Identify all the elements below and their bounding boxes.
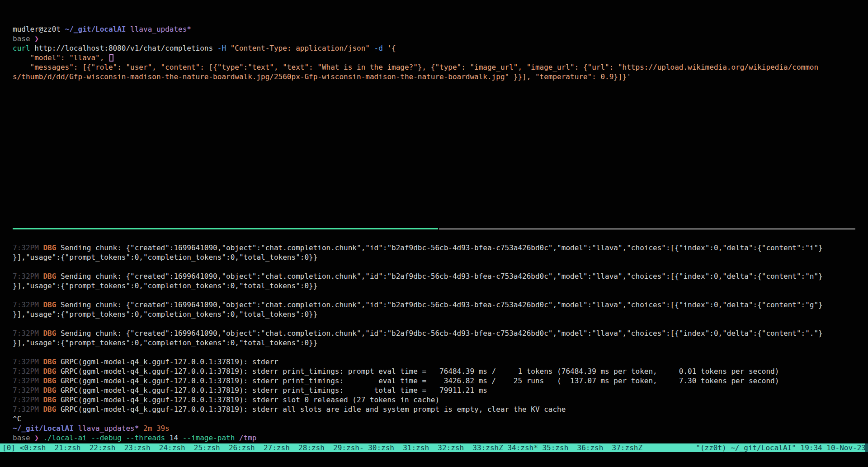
- log-time: 7:32PM: [13, 376, 43, 385]
- prompt-arrow: ❯: [34, 34, 39, 43]
- curl-body-messages-wrap-line: s/thumb/d/dd/Gfp-wisconsin-madison-the-n…: [13, 72, 855, 81]
- log-level: DBG: [43, 396, 61, 404]
- log-grpc-line: 7:32PM DBG GRPC(ggml-model-q4_k.gguf-127…: [13, 395, 855, 405]
- image-path-flag: --image-path: [183, 434, 239, 442]
- log-message: GRPC(ggml-model-q4_k.gguf-127.0.0.1:3781…: [61, 367, 779, 376]
- log-time: 7:32PM: [13, 386, 43, 395]
- log-message: GRPC(ggml-model-q4_k.gguf-127.0.0.1:3781…: [61, 357, 278, 366]
- curl-body-model-line: "model": "llava",: [13, 53, 855, 62]
- log-message: GRPC(ggml-model-q4_k.gguf-127.0.0.1:3781…: [61, 396, 439, 404]
- prompt-env: base: [13, 434, 34, 442]
- divider-white-segment: [439, 229, 855, 229]
- model-field: "model": "llava",: [13, 53, 108, 62]
- log-message: Sending chunk: {"created":1699641090,"ob…: [61, 243, 823, 252]
- log-grpc-line: 7:32PM DBG GRPC(ggml-model-q4_k.gguf-127…: [13, 376, 855, 386]
- log-chunk-wrap-line: }],"usage":{"prompt_tokens":0,"completio…: [13, 253, 855, 262]
- terminal-spacer: [13, 234, 855, 243]
- log-chunk-wrap-line: }],"usage":{"prompt_tokens":0,"completio…: [13, 338, 855, 348]
- log-grpc-line: 7:32PM DBG GRPC(ggml-model-q4_k.gguf-127…: [13, 357, 855, 367]
- log-message: GRPC(ggml-model-q4_k.gguf-127.0.0.1:3781…: [61, 405, 566, 414]
- log-chunk-line: 7:32PM DBG Sending chunk: {"created":169…: [13, 300, 855, 310]
- log-level: DBG: [43, 367, 61, 376]
- log-grpc-line: 7:32PM DBG GRPC(ggml-model-q4_k.gguf-127…: [13, 367, 855, 376]
- command-duration: 2m 39s: [143, 424, 170, 433]
- log-chunk-wrap-line: }],"usage":{"prompt_tokens":0,"completio…: [13, 310, 855, 319]
- log-level: DBG: [43, 272, 61, 281]
- log-time: 7:32PM: [13, 396, 43, 404]
- log-time: 7:32PM: [13, 357, 43, 366]
- tmux-statusbar: [0] <0:zsh 21:zsh 22:zsh 23:zsh 24:zsh 2…: [0, 443, 868, 452]
- log-level: DBG: [43, 376, 61, 385]
- log-grpc-line: 7:32PM DBG GRPC(ggml-model-q4_k.gguf-127…: [13, 405, 855, 414]
- log-chunk-line: 7:32PM DBG Sending chunk: {"created":169…: [13, 329, 855, 338]
- terminal-output[interactable]: mudler@zz0t ~/_git/LocalAI llava_updates…: [13, 24, 855, 443]
- content-type-header: "Content-Type: application/json": [231, 44, 374, 52]
- log-chunk-line: 7:32PM DBG Sending chunk: {"created":169…: [13, 243, 855, 253]
- log-message: }],"usage":{"prompt_tokens":0,"completio…: [13, 338, 317, 347]
- statusbar-end-marker: [865, 443, 868, 452]
- log-time: 7:32PM: [13, 367, 43, 376]
- log-time: 7:32PM: [13, 243, 43, 252]
- text-segment: [139, 424, 143, 433]
- terminal-spacer: [13, 81, 855, 224]
- log-grpc-line: 7:32PM DBG GRPC(ggml-model-q4_k.gguf-127…: [13, 386, 855, 395]
- text-segment: '{: [387, 44, 396, 52]
- log-time: 7:32PM: [13, 405, 43, 414]
- terminal-cursor: [109, 54, 113, 62]
- log-message: GRPC(ggml-model-q4_k.gguf-127.0.0.1:3781…: [61, 376, 779, 385]
- request-url: http://localhost:8080/v1/chat/completion…: [34, 44, 217, 52]
- log-level: DBG: [43, 405, 61, 414]
- command-flags: --debug --threads: [91, 434, 169, 442]
- terminal-spacer: [13, 291, 855, 300]
- prompt-line: mudler@zz0t ~/_git/LocalAI llava_updates…: [13, 24, 855, 34]
- terminal-spacer: [13, 262, 855, 272]
- log-message: GRPC(ggml-model-q4_k.gguf-127.0.0.1:3781…: [61, 386, 487, 395]
- tmux-window-list[interactable]: [0] <0:zsh 21:zsh 22:zsh 23:zsh 24:zsh 2…: [2, 443, 642, 452]
- log-chunk-line: 7:32PM DBG Sending chunk: {"created":169…: [13, 272, 855, 281]
- prompt-arrow: ❯: [34, 434, 43, 442]
- messages-field-wrap: s/thumb/d/dd/Gfp-wisconsin-madison-the-n…: [13, 72, 631, 81]
- log-message: Sending chunk: {"created":1699641090,"ob…: [61, 300, 823, 309]
- log-level: DBG: [43, 357, 61, 366]
- log-time: 7:32PM: [13, 329, 43, 338]
- command-name: curl: [13, 44, 34, 52]
- divider-green-segment: [13, 228, 438, 229]
- terminal-spacer: [13, 348, 855, 357]
- tmp-path: /tmp: [239, 434, 257, 442]
- text-segment: [126, 25, 130, 33]
- threads-value: 14: [170, 434, 183, 442]
- git-branch: llava_updates*: [130, 25, 191, 33]
- log-message: }],"usage":{"prompt_tokens":0,"completio…: [13, 253, 317, 262]
- command-line: base ❯ ./local-ai --debug --threads 14 -…: [13, 433, 855, 443]
- log-message: }],"usage":{"prompt_tokens":0,"completio…: [13, 281, 317, 290]
- log-level: DBG: [43, 329, 61, 338]
- command-name: ./local-ai: [43, 434, 91, 442]
- log-level: DBG: [43, 243, 61, 252]
- log-level: DBG: [43, 386, 61, 395]
- git-branch: llava_updates*: [78, 424, 139, 433]
- curl-command-line: curl http://localhost:8080/v1/chat/compl…: [13, 43, 855, 53]
- prompt-line: base ❯: [13, 34, 855, 43]
- log-message: Sending chunk: {"created":1699641090,"ob…: [61, 272, 823, 281]
- log-time: 7:32PM: [13, 300, 43, 309]
- cwd-path: ~/_git/LocalAI: [13, 424, 74, 433]
- log-chunk-wrap-line: }],"usage":{"prompt_tokens":0,"completio…: [13, 281, 855, 291]
- curl-body-messages-line: "messages": [{"role": "user", "content":…: [13, 62, 855, 72]
- messages-field: "messages": [{"role": "user", "content":…: [13, 63, 818, 71]
- tmux-session-info: "(zz0t) ~/_git/LocalAI" 19:34 10-Nov-23: [696, 443, 866, 452]
- pane-divider: [13, 224, 855, 234]
- log-time: 7:32PM: [13, 272, 43, 281]
- data-flag: -d: [374, 44, 387, 52]
- sigint-marker: ^C: [13, 415, 21, 423]
- header-flag: -H: [217, 44, 231, 52]
- cwd-path: ~/_git/LocalAI: [65, 25, 126, 33]
- log-message: Sending chunk: {"created":1699641090,"ob…: [61, 329, 823, 338]
- text-segment: [74, 424, 78, 433]
- user-host: mudler@zz0t: [13, 25, 65, 33]
- log-message: }],"usage":{"prompt_tokens":0,"completio…: [13, 310, 317, 319]
- prompt-env: base: [13, 34, 34, 43]
- prompt-line: ~/_git/LocalAI llava_updates* 2m 39s: [13, 424, 855, 433]
- terminal-spacer: [13, 319, 855, 329]
- log-level: DBG: [43, 300, 61, 309]
- interrupt-line: ^C: [13, 414, 855, 424]
